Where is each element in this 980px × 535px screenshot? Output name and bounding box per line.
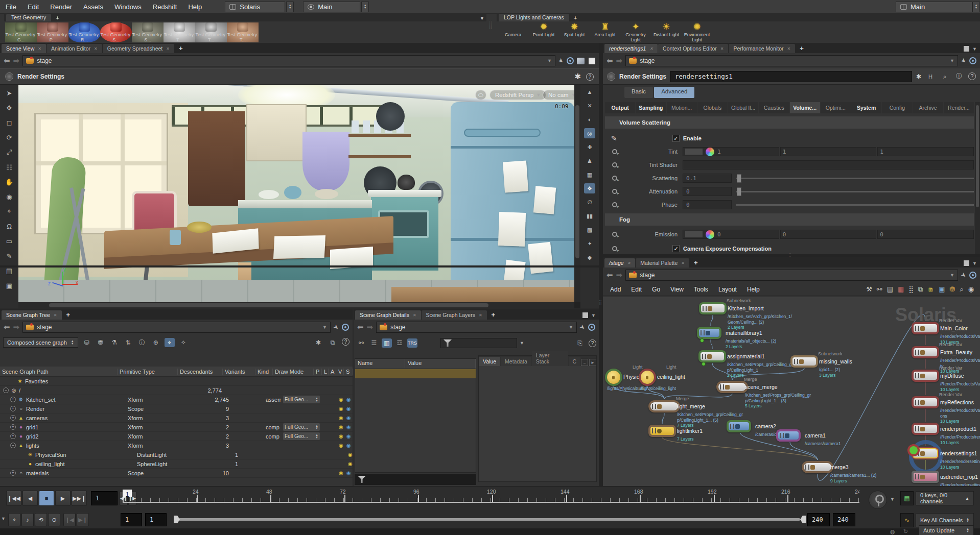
column-header[interactable]: V bbox=[336, 369, 344, 375]
dots-grid-icon[interactable]: ⣿ bbox=[908, 285, 914, 293]
back-icon[interactable]: ⬅ bbox=[606, 272, 613, 279]
param-handle[interactable] bbox=[612, 176, 617, 181]
pane-menu-icon[interactable]: ▼ bbox=[591, 313, 596, 318]
value-tab[interactable]: Metadata bbox=[501, 357, 531, 366]
emission-field-b[interactable]: 0 bbox=[877, 230, 974, 239]
corner-main-spinner[interactable]: ▲▼ bbox=[972, 2, 980, 12]
pane-tab[interactable]: Scene Graph Layers✕ bbox=[422, 310, 487, 320]
pane-tab[interactable]: /stage✕ bbox=[604, 258, 635, 268]
shelf-tool[interactable]: Test Geometry: C... bbox=[5, 22, 37, 42]
viewport-display-icon[interactable]: ✕ bbox=[584, 101, 595, 111]
pane-tab[interactable]: Context Options Editor✕ bbox=[658, 44, 728, 53]
active-flag-icon[interactable]: ◉ bbox=[337, 443, 344, 448]
shelf-tool[interactable]: Camera bbox=[498, 22, 528, 42]
help-icon[interactable]: ? bbox=[342, 338, 349, 346]
viewport-display-icon[interactable]: ▩ bbox=[584, 225, 595, 235]
emission-field-g[interactable]: 0 bbox=[780, 230, 877, 239]
node-body[interactable] bbox=[914, 348, 937, 356]
close-icon[interactable]: ✕ bbox=[627, 261, 631, 265]
back-icon[interactable]: ⬅ bbox=[606, 57, 613, 64]
color-palette-icon[interactable]: ▦ bbox=[898, 285, 904, 293]
s-flag[interactable]: • bbox=[352, 406, 353, 411]
node-body[interactable] bbox=[914, 449, 937, 457]
help-icon[interactable]: ? bbox=[586, 73, 594, 81]
render-settings-knob-icon[interactable] bbox=[5, 72, 13, 81]
network-menu[interactable]: Go bbox=[647, 284, 665, 295]
draw-mode-dropdown[interactable]: Full Geo...▲▼ bbox=[283, 432, 320, 440]
expand-icon[interactable]: + bbox=[10, 406, 16, 411]
attenuation-slider[interactable] bbox=[736, 191, 974, 192]
range-start-field[interactable]: 1 bbox=[121, 513, 142, 526]
close-icon[interactable]: ✕ bbox=[649, 46, 653, 51]
node-body[interactable] bbox=[914, 324, 937, 332]
pin-icon[interactable]: ➤ bbox=[960, 56, 968, 65]
pane-tab[interactable]: Scene View✕ bbox=[2, 44, 46, 53]
pane-tab[interactable]: Scene Graph Details✕ bbox=[355, 310, 421, 320]
shelf-tab-test-geometry[interactable]: Test Geometry bbox=[6, 14, 51, 21]
keyframe-colors-icon[interactable]: ▦ bbox=[900, 491, 914, 505]
node-body[interactable] bbox=[914, 473, 937, 481]
shelf-tool[interactable]: Test Geometry: R... bbox=[68, 22, 100, 42]
close-icon[interactable]: ✕ bbox=[166, 46, 170, 51]
visible-flag-icon[interactable]: ◉ bbox=[344, 406, 352, 411]
network-node[interactable]: lightlinker1 7 Layers bbox=[650, 427, 674, 435]
close-icon[interactable]: ✕ bbox=[94, 46, 98, 51]
flipbook-button[interactable]: ⟲ bbox=[35, 513, 47, 526]
active-flag-icon[interactable]: ◉ bbox=[337, 415, 344, 421]
viewport-tool-icon[interactable]: ▭ bbox=[4, 236, 15, 246]
help-icon[interactable]: ? bbox=[968, 72, 976, 80]
color-swatch[interactable] bbox=[685, 149, 703, 155]
set-key-button[interactable] bbox=[869, 491, 887, 509]
maximize-icon[interactable] bbox=[964, 46, 969, 52]
path-field[interactable]: stage ▼ bbox=[376, 322, 577, 333]
range-slider[interactable] bbox=[174, 518, 800, 521]
forward-icon[interactable]: ➡ bbox=[367, 324, 374, 331]
color-wheel-icon[interactable] bbox=[706, 230, 714, 239]
shelf-tool[interactable]: ✺ Environment Light bbox=[682, 22, 712, 42]
table-row[interactable]: −lights Xform 3 ▲▼ ◉ ◉ • bbox=[0, 441, 353, 450]
pane-tab[interactable]: Performance Monitor✕ bbox=[729, 44, 795, 53]
network-node[interactable]: materiallibrary1 /materials/all_objects.… bbox=[699, 329, 722, 337]
settings-section-tab[interactable]: Caustics bbox=[759, 102, 789, 113]
draw-mode-dropdown[interactable]: Full Geo...▲▼ bbox=[283, 396, 320, 403]
columns-view-icon[interactable]: ▥ bbox=[382, 338, 392, 348]
keys-status[interactable]: 0 keys, 0/0 channels▲ bbox=[916, 491, 974, 505]
draw-mode-dropdown[interactable]: Full Geo...▲▼ bbox=[283, 423, 320, 431]
shelf-tool[interactable]: Test Geometry: T... bbox=[195, 22, 227, 42]
keyframe-pointer-button[interactable]: ⌖ bbox=[8, 513, 20, 526]
viewport-tool-icon[interactable]: ◻ bbox=[4, 117, 15, 128]
shelf-add-tab-button[interactable]: + bbox=[570, 15, 580, 21]
expand-icon[interactable]: − bbox=[3, 387, 9, 393]
shelf-tool[interactable]: ♜ Area Light bbox=[590, 22, 620, 42]
node-body[interactable] bbox=[778, 431, 799, 440]
desktop-selector[interactable]: Solaris bbox=[225, 2, 285, 12]
param-handle[interactable] bbox=[612, 232, 617, 237]
expand-icon[interactable]: + bbox=[10, 397, 16, 402]
table-row[interactable]: Favorites ▲▼ ◉ ◉ • bbox=[0, 377, 353, 386]
expand-icon[interactable]: − bbox=[10, 443, 16, 448]
back-icon[interactable]: ⬅ bbox=[4, 324, 10, 331]
asset-basket-icon[interactable]: ⛃ bbox=[949, 285, 955, 293]
current-frame-field[interactable]: 1 bbox=[91, 491, 118, 505]
tools-icon[interactable]: ⚒ bbox=[866, 285, 872, 293]
column-header[interactable]: L bbox=[322, 369, 329, 375]
pin-icon[interactable]: ➤ bbox=[578, 323, 587, 331]
settings-section-tab[interactable]: System bbox=[851, 102, 881, 113]
pane-tab[interactable]: Scene Graph Tree✕ bbox=[2, 310, 62, 320]
node-body[interactable] bbox=[701, 352, 724, 360]
selected-row[interactable] bbox=[355, 369, 476, 378]
background-icon[interactable] bbox=[589, 58, 595, 64]
network-menu[interactable]: Add bbox=[605, 284, 626, 295]
path-field[interactable]: stage ▼ bbox=[22, 322, 331, 333]
view-selector[interactable]: Main bbox=[303, 2, 360, 12]
active-flag-icon[interactable]: ◉ bbox=[346, 461, 353, 467]
node-body[interactable] bbox=[914, 372, 937, 380]
network-node[interactable]: Subnetwork missing_walls /grid1... (2) 3… bbox=[792, 357, 816, 366]
viewport-display-icon[interactable]: ▲ bbox=[584, 87, 595, 97]
column-header[interactable]: Scene Graph Path bbox=[0, 369, 118, 375]
refresh-icon[interactable]: ↻ bbox=[903, 528, 908, 535]
node-body[interactable] bbox=[729, 422, 749, 430]
radial-menu-icon[interactable] bbox=[969, 57, 976, 64]
visible-flag-icon[interactable]: ◉ bbox=[344, 424, 352, 430]
settings-section-tab[interactable]: Render... bbox=[944, 102, 974, 113]
